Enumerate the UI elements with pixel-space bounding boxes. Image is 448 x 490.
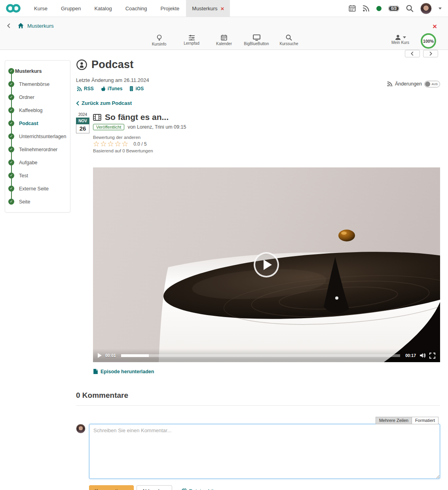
sidebar-item-label: Test: [19, 173, 28, 179]
status-dot: [376, 6, 382, 11]
page-title: Podcast: [91, 59, 133, 71]
lightbulb-icon: [156, 34, 162, 41]
breadcrumb-course-link[interactable]: Musterkurs: [27, 23, 54, 29]
play-overlay-button[interactable]: [254, 252, 279, 277]
sliders-icon: [188, 34, 195, 40]
search-icon[interactable]: [406, 5, 414, 12]
seek-bar[interactable]: [121, 354, 400, 357]
sidebar-item-musterkurs[interactable]: ✓Musterkurs: [5, 65, 68, 78]
top-navbar: KurseGruppenKatalogCoachingProjekte Must…: [0, 0, 448, 17]
user-menu-caret-icon[interactable]: [439, 8, 442, 9]
sidebar-item-teilnehmerordner[interactable]: ✓Teilnehmerordner: [5, 143, 68, 156]
tab-close-icon[interactable]: ×: [221, 6, 224, 11]
sidebar-item-label: Teilnehmerordner: [19, 147, 57, 152]
feed-link-label: iOS: [135, 86, 144, 91]
tool-kurssuche[interactable]: Kurssuche: [273, 34, 305, 46]
sidebar-item-externe-seite[interactable]: ✓Externe Seite: [5, 182, 68, 195]
comment-tab-formatiert[interactable]: Formatiert: [412, 417, 439, 424]
node-pager: [405, 50, 438, 57]
tab-musterkurs[interactable]: Musterkurs ×: [186, 0, 230, 17]
comment-cancel-button[interactable]: Abbrechen: [137, 485, 173, 490]
back-chevron-icon[interactable]: [6, 23, 12, 28]
brand-logo[interactable]: [0, 0, 27, 17]
comment-tab-mehrere-zeilen[interactable]: Mehrere Zeilen: [376, 417, 412, 424]
star-icon[interactable]: ☆: [100, 140, 107, 148]
sidebar-item-aufgabe[interactable]: ✓Aufgabe: [5, 156, 68, 169]
sidebar-item-label: Kaffeeblog: [19, 108, 43, 113]
changes-toggle[interactable]: AUS: [424, 81, 440, 87]
podcast-icon: [76, 59, 87, 70]
sidebar-item-ordner[interactable]: ✓Ordner: [5, 91, 68, 104]
user-avatar[interactable]: [420, 3, 432, 14]
course-header-panel: Musterkurs × KursinfoLernpfadKalenderBig…: [0, 17, 448, 50]
tool-kursinfo[interactable]: Kursinfo: [143, 34, 175, 46]
sidebar-item-themenb-rse[interactable]: ✓Themenbörse: [5, 78, 68, 91]
feed-link-itunes[interactable]: iTunes: [101, 86, 123, 91]
course-progress-badge[interactable]: 100%: [421, 33, 436, 49]
feed-icon: [387, 81, 393, 87]
comment-format-tabs: Mehrere ZeilenFormatiert: [76, 417, 440, 424]
star-icon[interactable]: ☆: [107, 140, 114, 148]
tool-lernpfad[interactable]: Lernpfad: [175, 34, 208, 46]
attach-file-link[interactable]: Datei anhängen: [181, 488, 225, 490]
home-icon[interactable]: [17, 23, 24, 29]
next-node-button[interactable]: [423, 50, 438, 57]
play-button[interactable]: [98, 353, 102, 358]
check-circle-icon: ✓: [8, 107, 14, 113]
volume-icon[interactable]: [420, 353, 426, 358]
tool-kalender[interactable]: Kalender: [208, 34, 240, 46]
apple-icon: [101, 86, 106, 91]
sidebar-item-podcast[interactable]: ✓Podcast: [5, 117, 68, 130]
feed-icon: [77, 86, 82, 91]
rating-value: 0.0 / 5: [133, 141, 146, 147]
person-icon: [395, 34, 401, 40]
changes-subscription: Änderungen AUS: [387, 76, 440, 91]
video-controls: 00:01 00:17: [93, 349, 440, 362]
fullscreen-icon[interactable]: [429, 353, 435, 359]
feed-link-ios[interactable]: iOS: [129, 86, 144, 91]
check-circle-icon: ✓: [8, 173, 14, 179]
star-icon[interactable]: ☆: [93, 140, 100, 148]
rating-stars[interactable]: ☆☆☆☆☆: [93, 140, 129, 148]
attach-link-label: Datei anhängen: [189, 488, 225, 490]
check-circle-icon: ✓: [8, 160, 14, 165]
calendar-icon[interactable]: [349, 5, 356, 12]
sidebar-item-test[interactable]: ✓Test: [5, 169, 68, 182]
comment-form: [76, 424, 440, 479]
nav-item-coaching[interactable]: Coaching: [119, 0, 154, 17]
rating-block: Bewertung der anderen ☆☆☆☆☆ 0.0 / 5 Basi…: [93, 135, 186, 153]
episode-title: So fängt es an...: [105, 112, 169, 122]
current-time: 00:01: [105, 353, 116, 358]
previous-node-button[interactable]: [405, 50, 420, 57]
sidebar-item-kaffeeblog[interactable]: ✓Kaffeeblog: [5, 104, 68, 117]
check-circle-icon: ✓: [8, 120, 14, 126]
nav-item-kurse[interactable]: Kurse: [27, 0, 54, 17]
close-course-icon[interactable]: ×: [433, 23, 437, 30]
tab-label: Musterkurs: [192, 6, 217, 11]
last-change-text: Letzte Änderung am 26.11.2024: [76, 77, 149, 83]
count-badge[interactable]: 0/3: [388, 6, 399, 11]
download-episode-link[interactable]: Episode herunterladen: [93, 368, 440, 374]
comment-input[interactable]: [89, 424, 440, 479]
feed-link-rss[interactable]: RSS: [77, 86, 94, 91]
nav-item-gruppen[interactable]: Gruppen: [54, 0, 88, 17]
sidebar-item-unterrichtsunterlagen[interactable]: ✓Unterrichtsunterlagen: [5, 130, 68, 143]
star-icon[interactable]: ☆: [114, 140, 121, 148]
rss-icon[interactable]: [363, 5, 370, 12]
video-player[interactable]: 00:01 00:17: [93, 167, 440, 362]
star-icon[interactable]: ☆: [121, 140, 129, 148]
sidebar-item-label: Unterrichtsunterlagen: [19, 134, 66, 139]
episode-year: 2024: [76, 112, 89, 117]
comment-submit-button[interactable]: Kommentieren: [89, 485, 134, 490]
feed-link-label: iTunes: [108, 86, 123, 91]
mein-kurs-menu[interactable]: Mein Kurs: [391, 34, 409, 45]
back-to-podcast-link[interactable]: Zurück zum Podcast: [76, 100, 440, 106]
sidebar-item-seite[interactable]: ✓Seite: [5, 195, 68, 208]
check-circle-icon: ✓: [8, 133, 14, 139]
tool-bigbluebutton[interactable]: BigBlueButton: [240, 34, 273, 46]
nav-item-projekte[interactable]: Projekte: [154, 0, 186, 17]
search-icon: [286, 34, 292, 41]
rating-label: Bewertung der anderen: [93, 135, 186, 140]
file-icon: [93, 368, 98, 374]
nav-item-katalog[interactable]: Katalog: [88, 0, 119, 17]
